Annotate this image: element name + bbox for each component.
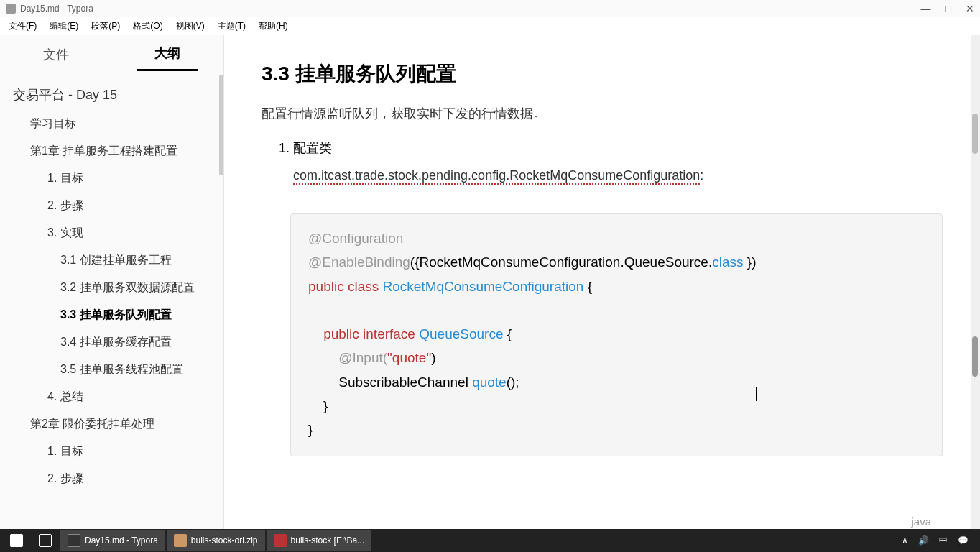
sidebar: 文件 大纲 交易平台 - Day 15 学习目标 第1章 挂单服务工程搭建配置 … (0, 34, 224, 529)
outline-item[interactable]: 交易平台 - Day 15 (0, 80, 223, 110)
text-cursor (756, 387, 757, 401)
outline-item[interactable]: 3.2 挂单服务双数据源配置 (0, 274, 223, 301)
app-icon (6, 4, 16, 14)
idea-icon (274, 534, 287, 547)
close-button[interactable]: ✕ (966, 3, 974, 14)
outline-item[interactable]: 3.1 创建挂单服务工程 (0, 247, 223, 274)
menu-view[interactable]: 视图(V) (172, 19, 209, 34)
system-tray: ∧ 🔊 中 💬 (902, 535, 977, 547)
menu-bar: 文件(F) 编辑(E) 段落(P) 格式(O) 视图(V) 主题(T) 帮助(H… (0, 17, 980, 34)
outline-item[interactable]: 1. 目标 (0, 165, 223, 192)
outline-item[interactable]: 3. 实现 (0, 219, 223, 247)
start-button[interactable] (3, 530, 30, 551)
notification-icon[interactable]: 💬 (958, 535, 969, 546)
scrollbar-thumb[interactable] (972, 336, 978, 377)
outline-item[interactable]: 2. 步骤 (0, 465, 223, 492)
outline-item[interactable]: 4. 总结 (0, 383, 223, 410)
main-area: 文件 大纲 交易平台 - Day 15 学习目标 第1章 挂单服务工程搭建配置 … (0, 34, 980, 529)
taskbar-app-typora[interactable]: Day15.md - Typora (60, 530, 165, 551)
tray-chevron-up-icon[interactable]: ∧ (902, 535, 908, 546)
menu-file[interactable]: 文件(F) (4, 19, 41, 34)
paragraph: 配置行情源监听队列，获取实时下发的行情数据。 (262, 105, 943, 122)
task-view-icon (39, 534, 52, 547)
menu-help[interactable]: 帮助(H) (254, 19, 292, 34)
outline-item[interactable]: 2. 步骤 (0, 192, 223, 219)
menu-theme[interactable]: 主题(T) (213, 19, 250, 34)
ime-indicator[interactable]: 中 (939, 535, 948, 547)
task-view-button[interactable] (32, 530, 59, 551)
title-bar: Day15.md - Typora — □ ✕ (0, 0, 980, 17)
minimize-button[interactable]: — (921, 3, 931, 14)
maximize-button[interactable]: □ (946, 3, 951, 14)
class-path-link[interactable]: com.itcast.trade.stock.pending.config.Ro… (293, 168, 700, 185)
outline-item[interactable]: 3.4 挂单服务缓存配置 (0, 328, 223, 356)
code-block[interactable]: @Configuration @EnableBinding({RocketMqC… (290, 213, 943, 456)
menu-paragraph[interactable]: 段落(P) (87, 19, 124, 34)
outline-item[interactable]: 1. 目标 (0, 438, 223, 465)
taskbar-app-idea[interactable]: bulls-stock [E:\Ba... (267, 530, 372, 551)
scrollbar-thumb[interactable] (972, 114, 978, 154)
outline-item[interactable]: 第2章 限价委托挂单处理 (0, 410, 223, 438)
window-title: Day15.md - Typora (20, 4, 93, 14)
taskbar-app-explorer[interactable]: bulls-stock-ori.zip (167, 530, 265, 551)
sidebar-tabs: 文件 大纲 (0, 34, 223, 75)
code-lang-tag[interactable]: java (911, 515, 931, 528)
outline-list[interactable]: 交易平台 - Day 15 学习目标 第1章 挂单服务工程搭建配置 1. 目标 … (0, 75, 223, 529)
folder-icon (174, 534, 187, 547)
taskbar: Day15.md - Typora bulls-stock-ori.zip bu… (0, 529, 980, 552)
heading: 3.3 挂单服务队列配置 (262, 60, 943, 88)
editor-content[interactable]: 3.3 挂单服务队列配置 配置行情源监听队列，获取实时下发的行情数据。 配置类 … (224, 34, 980, 529)
list-item: 配置类 (293, 139, 943, 157)
tab-outline[interactable]: 大纲 (137, 37, 198, 71)
outline-item[interactable]: 3.5 挂单服务线程池配置 (0, 356, 223, 383)
volume-icon[interactable]: 🔊 (918, 535, 929, 546)
outline-item-active[interactable]: 3.3 挂单服务队列配置 (0, 301, 223, 328)
outline-item[interactable]: 学习目标 (0, 110, 223, 137)
vertical-scrollbar[interactable] (971, 34, 980, 529)
link-suffix: : (700, 168, 703, 183)
outline-item[interactable]: 第1章 挂单服务工程搭建配置 (0, 137, 223, 165)
tab-file[interactable]: 文件 (26, 39, 86, 70)
windows-icon (10, 534, 23, 547)
menu-edit[interactable]: 编辑(E) (45, 19, 83, 34)
menu-format[interactable]: 格式(O) (129, 19, 167, 34)
typora-icon (68, 534, 80, 547)
